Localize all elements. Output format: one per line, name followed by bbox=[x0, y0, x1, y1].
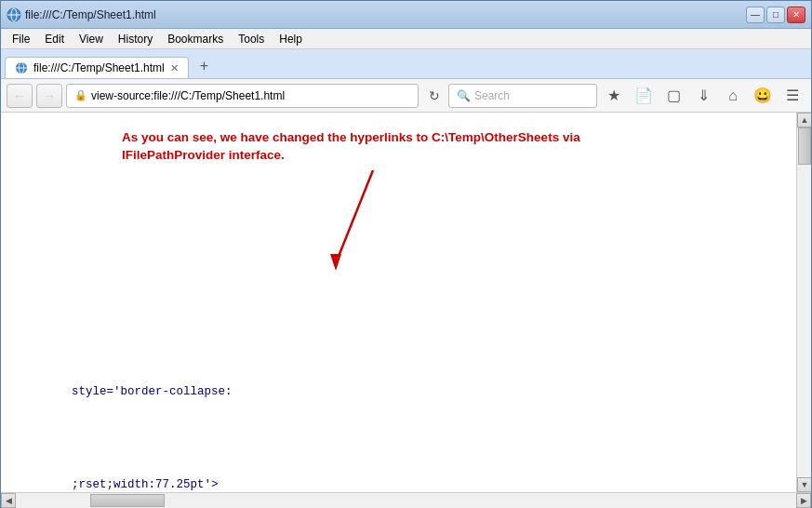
scroll-up-button[interactable]: ▲ bbox=[797, 113, 811, 127]
code-line-2: ;rset;width:77.25pt'> bbox=[72, 478, 219, 491]
forward-button[interactable]: → bbox=[36, 84, 62, 108]
window-title: file:///C:/Temp/Sheet1.html bbox=[25, 8, 746, 21]
reload-button[interactable]: ↻ bbox=[424, 86, 445, 106]
window-controls: — □ ✕ bbox=[746, 7, 805, 23]
lock-icon: 🔒 bbox=[74, 89, 87, 101]
hscroll-track[interactable] bbox=[16, 493, 796, 508]
bookmark-star-button[interactable]: ★ bbox=[601, 84, 627, 108]
close-button[interactable]: ✕ bbox=[787, 7, 805, 23]
svg-marker-7 bbox=[330, 254, 341, 271]
tab-favicon bbox=[15, 61, 28, 74]
browser-window: file:///C:/Temp/Sheet1.html — □ ✕ File E… bbox=[0, 0, 812, 508]
maximize-button[interactable]: □ bbox=[766, 7, 785, 23]
vertical-scrollbar: ▲ ▼ bbox=[796, 113, 811, 492]
menu-file[interactable]: File bbox=[5, 31, 37, 47]
search-placeholder: Search bbox=[474, 89, 510, 102]
menu-edit[interactable]: Edit bbox=[37, 31, 72, 47]
new-tab-button[interactable]: + bbox=[193, 54, 216, 78]
scroll-down-button[interactable]: ▼ bbox=[797, 477, 811, 492]
scroll-right-button[interactable]: ▶ bbox=[796, 493, 811, 508]
emoji-button[interactable]: 😀 bbox=[750, 84, 776, 108]
menu-help[interactable]: Help bbox=[272, 31, 310, 47]
home-button[interactable]: ⌂ bbox=[720, 84, 746, 108]
menubar: File Edit View History Bookmarks Tools H… bbox=[1, 29, 811, 49]
menu-history[interactable]: History bbox=[111, 31, 160, 47]
code-line-1: style='border-collapse: bbox=[72, 385, 233, 398]
url-bar[interactable]: 🔒 view-source:file:///C:/Temp/Sheet1.htm… bbox=[66, 84, 419, 108]
tab-close-button[interactable]: ✕ bbox=[170, 62, 179, 74]
search-bar[interactable]: 🔍 Search bbox=[448, 84, 597, 108]
menu-view[interactable]: View bbox=[72, 31, 111, 47]
tab-title: file:///C:/Temp/Sheet1.html bbox=[33, 61, 165, 74]
menu-bookmarks[interactable]: Bookmarks bbox=[160, 31, 231, 47]
url-text: view-source:file:///C:/Temp/Sheet1.html bbox=[91, 89, 410, 102]
menu-button[interactable]: ☰ bbox=[779, 84, 805, 108]
annotation-arrow bbox=[317, 170, 429, 282]
horizontal-scrollbar: ◀ ▶ bbox=[1, 492, 811, 507]
back-button[interactable]: ← bbox=[7, 84, 33, 108]
annotation-text: As you can see, we have changed the hype… bbox=[122, 129, 671, 165]
svg-line-6 bbox=[336, 170, 373, 263]
menu-tools[interactable]: Tools bbox=[231, 31, 272, 47]
hscroll-thumb[interactable] bbox=[90, 494, 165, 507]
active-tab[interactable]: file:///C:/Temp/Sheet1.html ✕ bbox=[5, 57, 189, 78]
reader-view-button[interactable]: 📄 bbox=[631, 84, 657, 108]
code-block: style='border-collapse: ;rset;width:77.2… bbox=[16, 364, 781, 492]
pocket-button[interactable]: ▢ bbox=[660, 84, 686, 108]
browser-icon bbox=[7, 7, 21, 22]
download-button[interactable]: ⇓ bbox=[690, 84, 716, 108]
source-view[interactable]: As you can see, we have changed the hype… bbox=[1, 113, 796, 492]
scroll-track[interactable] bbox=[797, 127, 811, 477]
titlebar: file:///C:/Temp/Sheet1.html — □ ✕ bbox=[1, 1, 811, 29]
search-icon: 🔍 bbox=[457, 89, 471, 102]
tabbar: file:///C:/Temp/Sheet1.html ✕ + bbox=[1, 49, 811, 79]
scroll-left-button[interactable]: ◀ bbox=[1, 493, 16, 508]
navbar: ← → 🔒 view-source:file:///C:/Temp/Sheet1… bbox=[1, 79, 811, 113]
scroll-thumb[interactable] bbox=[798, 127, 811, 165]
minimize-button[interactable]: — bbox=[746, 7, 765, 23]
content-wrapper: As you can see, we have changed the hype… bbox=[1, 113, 811, 492]
